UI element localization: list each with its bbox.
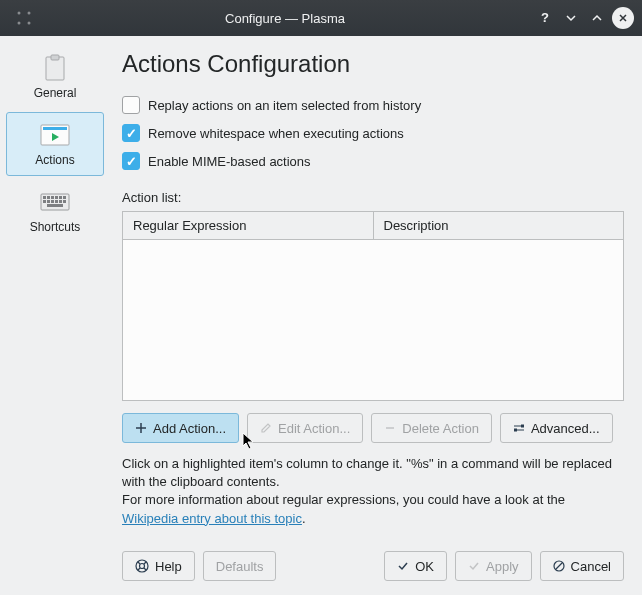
add-action-button[interactable]: Add Action... [122, 413, 239, 443]
cancel-label: Cancel [571, 559, 611, 574]
svg-point-23 [136, 560, 148, 572]
svg-rect-10 [43, 196, 46, 199]
plus-icon [135, 422, 147, 434]
svg-point-2 [18, 22, 21, 25]
replay-label[interactable]: Replay actions on an item selected from … [148, 98, 421, 113]
table-header: Regular Expression Description [123, 212, 623, 240]
svg-rect-21 [63, 200, 66, 203]
svg-rect-14 [59, 196, 62, 199]
cancel-button[interactable]: Cancel [540, 551, 624, 581]
keyboard-icon [39, 188, 71, 216]
svg-rect-19 [55, 200, 58, 203]
svg-rect-12 [51, 196, 54, 199]
ok-label: OK [415, 559, 434, 574]
mime-label[interactable]: Enable MIME-based actions [148, 154, 311, 169]
page-title: Actions Configuration [122, 50, 624, 78]
svg-rect-11 [47, 196, 50, 199]
svg-rect-15 [63, 196, 66, 199]
defaults-label: Defaults [216, 559, 264, 574]
app-icon [16, 10, 32, 26]
window-title: Configure — Plasma [40, 11, 530, 26]
apply-button: Apply [455, 551, 532, 581]
maximize-button[interactable] [586, 7, 608, 29]
help-label: Help [155, 559, 182, 574]
cancel-icon [553, 560, 565, 572]
sidebar-item-label: General [34, 86, 77, 100]
delete-action-button: Delete Action [371, 413, 492, 443]
sidebar-item-shortcuts[interactable]: Shortcuts [6, 180, 104, 242]
svg-rect-6 [51, 55, 59, 60]
edit-action-button: Edit Action... [247, 413, 363, 443]
wikipedia-link[interactable]: Wikipedia entry about this topic [122, 511, 302, 526]
clipboard-icon [39, 54, 71, 82]
minimize-button[interactable] [560, 7, 582, 29]
svg-rect-22 [47, 204, 63, 207]
mime-checkbox[interactable] [122, 152, 140, 170]
check-icon [468, 560, 480, 572]
action-list-label: Action list: [122, 190, 624, 205]
sidebar-item-general[interactable]: General [6, 46, 104, 108]
help-text: Click on a highlighted item's column to … [122, 455, 624, 528]
sidebar-item-actions[interactable]: Actions [6, 112, 104, 176]
sidebar-item-label: Shortcuts [30, 220, 81, 234]
svg-text:?: ? [541, 11, 549, 25]
lifebuoy-icon [135, 559, 149, 573]
svg-point-24 [140, 564, 145, 569]
defaults-button: Defaults [203, 551, 277, 581]
svg-point-1 [28, 12, 31, 15]
svg-rect-13 [55, 196, 58, 199]
column-regex[interactable]: Regular Expression [123, 212, 374, 239]
add-action-label: Add Action... [153, 421, 226, 436]
help-button[interactable]: Help [122, 551, 195, 581]
svg-point-3 [28, 22, 31, 25]
whitespace-label[interactable]: Remove whitespace when executing actions [148, 126, 404, 141]
edit-action-label: Edit Action... [278, 421, 350, 436]
delete-action-label: Delete Action [402, 421, 479, 436]
sidebar-item-label: Actions [35, 153, 74, 167]
sliders-icon [513, 422, 525, 434]
whitespace-checkbox[interactable] [122, 124, 140, 142]
column-description[interactable]: Description [374, 212, 624, 239]
help-titlebar-button[interactable]: ? [534, 7, 556, 29]
svg-point-0 [18, 12, 21, 15]
svg-rect-8 [43, 127, 67, 130]
titlebar: Configure — Plasma ? [0, 0, 642, 36]
advanced-label: Advanced... [531, 421, 600, 436]
action-list-table[interactable]: Regular Expression Description [122, 211, 624, 401]
ok-button[interactable]: OK [384, 551, 447, 581]
close-button[interactable] [612, 7, 634, 29]
replay-checkbox[interactable] [122, 96, 140, 114]
svg-rect-20 [59, 200, 62, 203]
check-icon [397, 560, 409, 572]
apply-label: Apply [486, 559, 519, 574]
svg-rect-18 [51, 200, 54, 203]
svg-rect-17 [47, 200, 50, 203]
minus-icon [384, 422, 396, 434]
advanced-button[interactable]: Advanced... [500, 413, 613, 443]
pencil-icon [260, 422, 272, 434]
svg-rect-16 [43, 200, 46, 203]
sidebar: General Actions Shortcuts [0, 36, 110, 595]
play-icon [39, 121, 71, 149]
